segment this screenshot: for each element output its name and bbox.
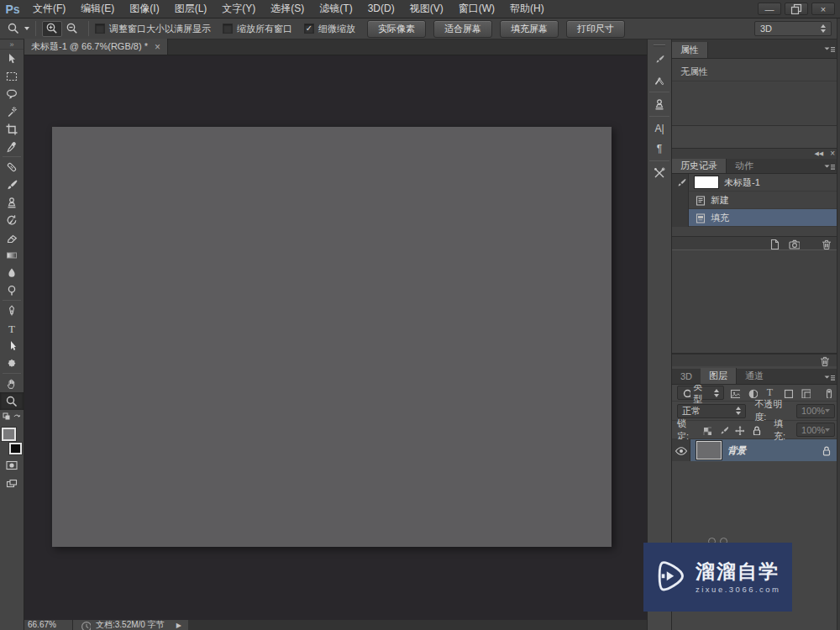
hand-tool[interactable]	[0, 375, 24, 392]
document-tab[interactable]: 未标题-1 @ 66.7%(RGB/8) * ×	[24, 39, 168, 55]
lasso-tool[interactable]	[0, 85, 24, 102]
filter-smart-objects-icon[interactable]	[798, 386, 812, 399]
quick-mask-button[interactable]	[2, 458, 22, 473]
gradient-tool[interactable]	[0, 246, 24, 264]
background-color-swatch[interactable]	[9, 443, 22, 454]
menu-window[interactable]: 窗口(W)	[451, 0, 502, 18]
clone-source-panel-button[interactable]	[648, 94, 671, 114]
marquee-tool[interactable]	[0, 67, 24, 85]
opacity-field[interactable]: 100%	[796, 404, 835, 418]
panel-menu-button[interactable]	[823, 372, 837, 382]
filter-toggle-icon[interactable]	[821, 386, 835, 399]
crop-tool[interactable]	[0, 120, 24, 138]
zoom-tool[interactable]	[0, 392, 24, 410]
status-menu-arrow-icon[interactable]: ▶	[176, 622, 181, 629]
history-brush-source-well[interactable]	[672, 209, 689, 227]
close-panel-icon[interactable]: ×	[830, 150, 835, 158]
active-tool-badge[interactable]	[7, 22, 29, 35]
lock-all-icon[interactable]	[749, 423, 763, 436]
filter-type-select[interactable]: 类型	[677, 386, 724, 400]
restore-button[interactable]	[785, 3, 808, 15]
fill-screen-button[interactable]: 填充屏幕	[500, 20, 559, 38]
eraser-tool[interactable]	[0, 228, 24, 246]
blur-tool[interactable]	[0, 264, 24, 281]
magic-wand-tool[interactable]	[0, 102, 24, 120]
tab-actions[interactable]: 动作	[727, 159, 762, 173]
panel-menu-button[interactable]	[823, 161, 837, 171]
history-state-row[interactable]: 新建	[672, 192, 840, 209]
zoom-all-windows-checkbox[interactable]: 缩放所有窗口	[223, 23, 292, 35]
close-button[interactable]: ×	[811, 3, 835, 15]
eyedropper-tool[interactable]	[0, 138, 24, 155]
filter-adjustment-layers-icon[interactable]	[745, 386, 759, 399]
history-snapshot-row[interactable]: 未标题-1	[672, 174, 840, 192]
tab-close-icon[interactable]: ×	[155, 41, 160, 53]
type-tool[interactable]	[0, 319, 24, 337]
scrubby-zoom-checkbox[interactable]: ✓ 细微缩放	[304, 23, 355, 35]
print-size-button[interactable]: 打印尺寸	[566, 20, 625, 38]
history-brush-source-well[interactable]	[672, 192, 689, 209]
new-document-from-state-icon[interactable]	[768, 238, 780, 249]
screen-mode-button[interactable]	[2, 476, 22, 491]
filter-shape-layers-icon[interactable]	[780, 386, 795, 399]
layer-thumbnail[interactable]	[696, 441, 722, 459]
trash-icon[interactable]	[818, 354, 830, 366]
menu-type[interactable]: 文字(Y)	[214, 0, 263, 18]
layer-row-background[interactable]: 背景	[672, 439, 840, 461]
tab-properties[interactable]: 属性	[672, 42, 708, 58]
panel-menu-button[interactable]	[823, 44, 837, 54]
clone-stamp-tool[interactable]	[0, 193, 24, 211]
brush-panel-button[interactable]	[648, 70, 671, 90]
lock-pixels-icon[interactable]	[716, 423, 729, 436]
dock-grip[interactable]	[654, 45, 665, 46]
tab-channels[interactable]: 通道	[737, 368, 772, 384]
minimize-button[interactable]: —	[758, 3, 781, 15]
checkbox-box[interactable]: ✓	[304, 24, 314, 34]
zoom-in-button[interactable]	[42, 21, 62, 37]
history-brush-source-well[interactable]	[672, 174, 689, 192]
menu-edit[interactable]: 编辑(E)	[73, 0, 122, 18]
lock-position-icon[interactable]	[732, 423, 746, 436]
history-state-row-selected[interactable]: 填充	[672, 209, 840, 227]
character-panel-button[interactable]: A|	[648, 118, 671, 139]
menu-view[interactable]: 视图(V)	[402, 0, 451, 18]
new-snapshot-camera-icon[interactable]	[788, 238, 800, 249]
tab-3d[interactable]: 3D	[672, 368, 701, 384]
dodge-tool[interactable]	[0, 281, 24, 299]
fit-screen-button[interactable]: 适合屏幕	[433, 20, 492, 38]
menu-layer[interactable]: 图层(L)	[167, 0, 215, 18]
custom-shape-tool[interactable]	[0, 354, 24, 372]
foreground-color-swatch[interactable]	[2, 428, 16, 441]
menu-3d[interactable]: 3D(D)	[360, 0, 402, 18]
tool-presets-panel-button[interactable]	[648, 163, 671, 183]
menu-filter[interactable]: 滤镜(T)	[312, 0, 360, 18]
delete-state-trash-icon[interactable]	[820, 238, 832, 249]
paragraph-panel-button[interactable]: ¶	[648, 139, 671, 159]
brush-presets-panel-button[interactable]	[648, 50, 671, 70]
lock-transparency-icon[interactable]	[700, 423, 713, 436]
blend-mode-select[interactable]: 正常	[677, 404, 746, 418]
healing-brush-tool[interactable]	[0, 158, 24, 176]
document-canvas[interactable]	[52, 127, 612, 547]
zoom-level-field[interactable]: 66.67%	[24, 620, 73, 630]
checkbox-box[interactable]	[223, 24, 233, 34]
resize-windows-checkbox[interactable]: 调整窗口大小以满屏显示	[95, 23, 211, 35]
brush-tool[interactable]	[0, 176, 24, 193]
checkbox-box[interactable]	[95, 24, 105, 34]
actual-pixels-button[interactable]: 实际像素	[367, 20, 426, 38]
default-swap-colors[interactable]	[1, 412, 23, 423]
tab-layers[interactable]: 图层	[701, 368, 737, 384]
tab-history[interactable]: 历史记录	[672, 159, 727, 173]
fill-field[interactable]: 100%	[796, 423, 835, 437]
layer-visibility-well[interactable]	[672, 439, 690, 461]
toolbar-collapse-grip[interactable]: »	[0, 39, 24, 50]
menu-help[interactable]: 帮助(H)	[502, 0, 552, 18]
filter-type-layers-icon[interactable]: T	[763, 386, 777, 399]
path-selection-tool[interactable]	[0, 337, 24, 354]
history-brush-tool[interactable]	[0, 211, 24, 228]
collapse-panels-icon[interactable]: ◀◀	[814, 150, 823, 157]
zoom-out-button[interactable]	[62, 21, 82, 37]
pen-tool[interactable]	[0, 302, 24, 319]
filter-pixel-layers-icon[interactable]	[727, 386, 742, 399]
menu-image[interactable]: 图像(I)	[122, 0, 166, 18]
